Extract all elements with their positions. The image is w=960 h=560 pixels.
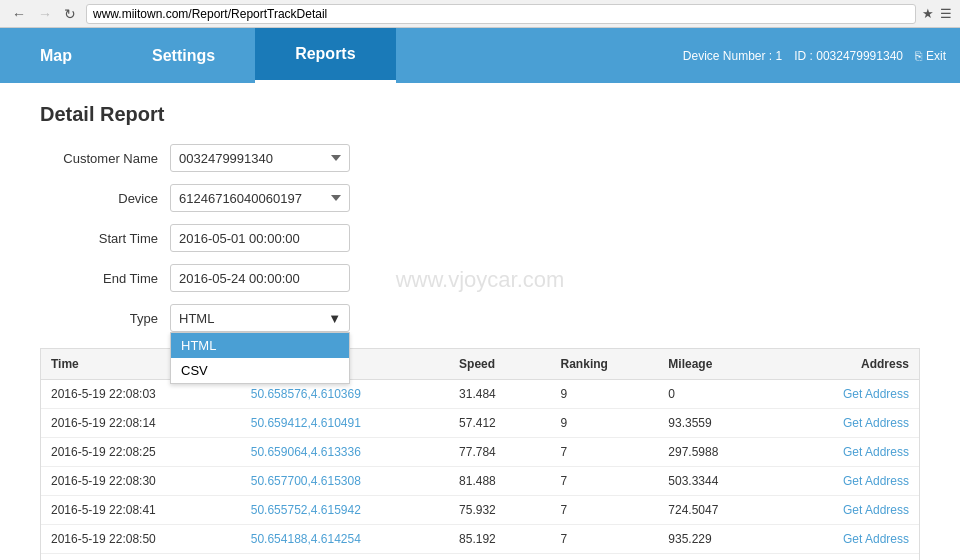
cell-speed: 81.488 xyxy=(449,467,550,496)
device-group: Device 61246716040060197 xyxy=(40,184,920,212)
type-label: Type xyxy=(40,311,170,326)
cell-time: 2016-5-19 22:08:14 xyxy=(41,409,241,438)
cell-time: 2016-5-19 22:08:50 xyxy=(41,525,241,554)
start-time-label: Start Time xyxy=(40,231,170,246)
table-row: 2016-5-19 22:08:14 50.659412,4.610491 57… xyxy=(41,409,919,438)
cell-ranking: 7 xyxy=(551,467,659,496)
cell-address: Get Address xyxy=(781,554,919,561)
table-row: 2016-5-19 22:08:25 50.659064,4.613336 77… xyxy=(41,438,919,467)
page-title: Detail Report xyxy=(40,103,920,126)
table-row: 2016-5-19 22:08:30 50.657700,4.615308 81… xyxy=(41,467,919,496)
reload-button[interactable]: ↻ xyxy=(60,4,80,24)
main-content: Detail Report Customer Name 003247999134… xyxy=(0,83,960,560)
table-row: 2016-5-19 22:08:50 50.654188,4.614254 85… xyxy=(41,525,919,554)
cell-llc: 50.652844,4.611026 xyxy=(241,554,449,561)
cell-address: Get Address xyxy=(781,496,919,525)
llc-link[interactable]: 50.654188,4.614254 xyxy=(251,532,361,546)
browser-bar: ← → ↻ ★ ☰ xyxy=(0,0,960,28)
forward-button[interactable]: → xyxy=(34,4,56,24)
llc-link[interactable]: 50.655752,4.615942 xyxy=(251,503,361,517)
get-address-link[interactable]: Get Address xyxy=(843,503,909,517)
cell-mileage: 1207.4821 xyxy=(658,554,781,561)
llc-link[interactable]: 50.658576,4.610369 xyxy=(251,387,361,401)
cell-mileage: 0 xyxy=(658,380,781,409)
table-row: 2016-5-19 22:08:41 50.655752,4.615942 75… xyxy=(41,496,919,525)
browser-navigation[interactable]: ← → ↻ xyxy=(8,4,80,24)
type-option-csv[interactable]: CSV xyxy=(171,358,349,383)
device-label: Device xyxy=(40,191,170,206)
exit-icon: ⎘ xyxy=(915,49,922,63)
browser-icons: ★ ☰ xyxy=(922,6,952,21)
cell-speed: 57.412 xyxy=(449,409,550,438)
type-select-display[interactable]: HTML ▼ xyxy=(170,304,350,332)
col-ranking: Ranking xyxy=(551,349,659,380)
cell-mileage: 503.3344 xyxy=(658,467,781,496)
start-time-group: Start Time xyxy=(40,224,920,252)
cell-ranking: 9 xyxy=(551,409,659,438)
tab-map[interactable]: Map xyxy=(0,28,112,83)
col-mileage: Mileage xyxy=(658,349,781,380)
cell-ranking: 7 xyxy=(551,525,659,554)
cell-address: Get Address xyxy=(781,409,919,438)
cell-speed: 85.192 xyxy=(449,525,550,554)
col-address: Address xyxy=(781,349,919,380)
llc-link[interactable]: 50.659412,4.610491 xyxy=(251,416,361,430)
get-address-link[interactable]: Get Address xyxy=(843,474,909,488)
customer-name-group: Customer Name 0032479991340 xyxy=(40,144,920,172)
tab-settings[interactable]: Settings xyxy=(112,28,255,83)
customer-name-select[interactable]: 0032479991340 xyxy=(170,144,350,172)
get-address-link[interactable]: Get Address xyxy=(843,416,909,430)
nav-right: Device Number : 1 ID : 0032479991340 ⎘ E… xyxy=(669,28,960,83)
cell-mileage: 297.5988 xyxy=(658,438,781,467)
cell-speed: 107.416 xyxy=(449,554,550,561)
get-address-link[interactable]: Get Address xyxy=(843,532,909,546)
llc-link[interactable]: 50.657700,4.615308 xyxy=(251,474,361,488)
type-chevron-down-icon: ▼ xyxy=(328,311,341,326)
bookmark-icon: ★ xyxy=(922,6,934,21)
end-time-input[interactable] xyxy=(170,264,350,292)
cell-address: Get Address xyxy=(781,380,919,409)
exit-button[interactable]: ⎘ Exit xyxy=(915,49,946,63)
cell-time: 2016-5-19 22:09:01 xyxy=(41,554,241,561)
cell-ranking: 7 xyxy=(551,496,659,525)
cell-speed: 75.932 xyxy=(449,496,550,525)
nav-bar: Map Settings Reports Device Number : 1 I… xyxy=(0,28,960,83)
device-select[interactable]: 61246716040060197 xyxy=(170,184,350,212)
col-speed: Speed xyxy=(449,349,550,380)
customer-name-select-wrapper: 0032479991340 xyxy=(170,144,350,172)
cell-llc: 50.659412,4.610491 xyxy=(241,409,449,438)
get-address-link[interactable]: Get Address xyxy=(843,387,909,401)
type-option-html[interactable]: HTML xyxy=(171,333,349,358)
get-address-link[interactable]: Get Address xyxy=(843,445,909,459)
cell-address: Get Address xyxy=(781,525,919,554)
type-dropdown-container: HTML ▼ HTML CSV xyxy=(170,304,350,332)
cell-time: 2016-5-19 22:08:30 xyxy=(41,467,241,496)
cell-mileage: 93.3559 xyxy=(658,409,781,438)
table-body: 2016-5-19 22:08:03 50.658576,4.610369 31… xyxy=(41,380,919,561)
type-group: Type HTML ▼ HTML CSV xyxy=(40,304,920,332)
cell-llc: 50.654188,4.614254 xyxy=(241,525,449,554)
end-time-group: End Time xyxy=(40,264,920,292)
cell-time: 2016-5-19 22:08:25 xyxy=(41,438,241,467)
cell-llc: 50.655752,4.615942 xyxy=(241,496,449,525)
nav-tabs: Map Settings Reports xyxy=(0,28,669,83)
cell-mileage: 724.5047 xyxy=(658,496,781,525)
cell-speed: 31.484 xyxy=(449,380,550,409)
device-number: Device Number : 1 xyxy=(683,49,782,63)
cell-address: Get Address xyxy=(781,438,919,467)
cell-ranking: 9 xyxy=(551,380,659,409)
menu-icon: ☰ xyxy=(940,6,952,21)
back-button[interactable]: ← xyxy=(8,4,30,24)
customer-name-label: Customer Name xyxy=(40,151,170,166)
tab-reports[interactable]: Reports xyxy=(255,28,395,83)
device-id: ID : 0032479991340 xyxy=(794,49,903,63)
address-bar[interactable] xyxy=(86,4,916,24)
cell-time: 2016-5-19 22:08:41 xyxy=(41,496,241,525)
cell-llc: 50.659064,4.613336 xyxy=(241,438,449,467)
type-dropdown-menu: HTML CSV xyxy=(170,332,350,384)
cell-ranking: 8 xyxy=(551,554,659,561)
start-time-input[interactable] xyxy=(170,224,350,252)
cell-mileage: 935.229 xyxy=(658,525,781,554)
llc-link[interactable]: 50.659064,4.613336 xyxy=(251,445,361,459)
cell-llc: 50.657700,4.615308 xyxy=(241,467,449,496)
